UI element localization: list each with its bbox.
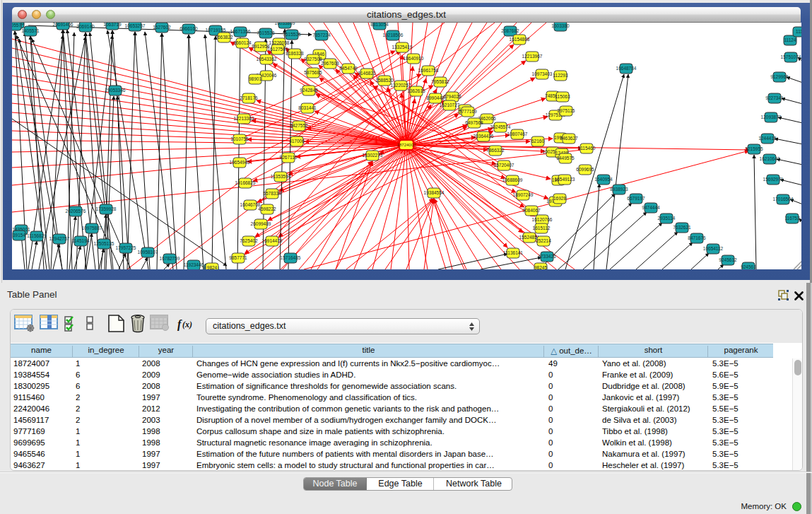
svg-text:6679197: 6679197 — [627, 196, 645, 201]
svg-text:2069140: 2069140 — [76, 24, 95, 29]
svg-text:10958107: 10958107 — [138, 250, 158, 255]
svg-text:16928: 16928 — [553, 196, 566, 201]
svg-text:17016504: 17016504 — [773, 197, 794, 201]
svg-text:26099489: 26099489 — [251, 221, 271, 226]
svg-text:18640910: 18640910 — [404, 56, 424, 61]
svg-text:11136141: 11136141 — [503, 250, 523, 255]
svg-text:9129966: 9129966 — [770, 74, 789, 79]
svg-text:f: f — [177, 318, 182, 331]
svg-text:16782759: 16782759 — [160, 256, 180, 261]
svg-text:5578334: 5578334 — [263, 191, 281, 196]
svg-text:9777169: 9777169 — [459, 109, 477, 114]
svg-text:9427552: 9427552 — [290, 123, 308, 128]
svg-text:1588520: 1588520 — [375, 78, 394, 83]
svg-text:5875685: 5875685 — [304, 70, 322, 75]
svg-text:(x): (x) — [182, 320, 192, 329]
svg-text:12093872: 12093872 — [761, 115, 782, 119]
svg-text:19654945: 19654945 — [230, 160, 250, 165]
svg-text:252214: 252214 — [536, 238, 551, 243]
svg-text:8454749: 8454749 — [339, 66, 358, 71]
svg-text:1010755: 1010755 — [230, 136, 249, 141]
svg-text:2967608: 2967608 — [321, 61, 339, 66]
svg-text:7515526: 7515526 — [257, 30, 275, 35]
svg-text:62160: 62160 — [531, 139, 544, 144]
svg-text:1615112: 1615112 — [533, 226, 551, 230]
svg-text:8267110: 8267110 — [280, 155, 298, 160]
svg-text:9115460: 9115460 — [578, 146, 596, 151]
svg-text:9327508: 9327508 — [304, 57, 322, 62]
svg-text:19218506: 19218506 — [383, 33, 404, 37]
svg-text:6099695: 6099695 — [576, 167, 594, 172]
svg-text:98245: 98245 — [534, 265, 547, 269]
svg-text:16154808: 16154808 — [510, 37, 530, 42]
svg-text:9474444: 9474444 — [642, 205, 660, 210]
svg-text:9824: 9824 — [207, 265, 218, 269]
svg-text:16120766: 16120766 — [532, 217, 553, 222]
svg-text:20206576: 20206576 — [66, 209, 86, 214]
svg-text:16648784: 16648784 — [616, 66, 637, 71]
svg-text:15720407: 15720407 — [494, 163, 514, 168]
svg-text:16210643: 16210643 — [760, 156, 780, 161]
svg-text:18907249: 18907249 — [513, 192, 534, 197]
svg-text:1362615: 1362615 — [407, 88, 425, 93]
svg-text:98901: 98901 — [249, 76, 261, 81]
svg-text:8471676: 8471676 — [688, 235, 706, 240]
svg-text:11353594: 11353594 — [271, 174, 291, 179]
svg-text:16549123: 16549123 — [555, 177, 575, 182]
svg-text:2718176: 2718176 — [240, 95, 258, 100]
svg-text:1733426: 1733426 — [538, 254, 556, 259]
svg-text:13220257: 13220257 — [391, 83, 411, 88]
svg-text:20691406: 20691406 — [53, 23, 73, 27]
svg-text:11156829: 11156829 — [27, 233, 47, 238]
svg-text:16914479: 16914479 — [262, 238, 283, 243]
svg-text:16961758: 16961758 — [418, 68, 439, 73]
svg-text:17957225: 17957225 — [116, 245, 136, 250]
svg-text:11923446: 11923446 — [184, 262, 204, 267]
svg-text:15692971: 15692971 — [763, 177, 784, 182]
svg-text:6497568: 6497568 — [465, 120, 483, 125]
svg-text:9242848: 9242848 — [300, 88, 318, 93]
svg-text:10975887: 10975887 — [82, 226, 102, 230]
svg-text:1527602: 1527602 — [153, 25, 171, 30]
svg-text:8031441: 8031441 — [298, 105, 317, 110]
svg-text:3215955: 3215955 — [745, 146, 763, 151]
svg-text:1145194: 1145194 — [72, 238, 90, 243]
svg-text:7663822: 7663822 — [215, 35, 233, 40]
svg-text:112293: 112293 — [553, 73, 568, 78]
svg-text:7955812: 7955812 — [431, 79, 449, 84]
svg-text:6966160: 6966160 — [180, 26, 198, 31]
svg-text:9660124: 9660124 — [233, 40, 252, 45]
svg-text:10719155: 10719155 — [206, 28, 226, 33]
svg-text:30245574: 30245574 — [490, 124, 511, 129]
svg-text:16671356: 16671356 — [230, 29, 251, 34]
svg-text:7632621: 7632621 — [673, 225, 691, 230]
svg-text:19384554: 19384554 — [424, 190, 445, 195]
svg-text:1640954: 1640954 — [594, 177, 613, 182]
svg-text:1405571: 1405571 — [21, 28, 40, 33]
svg-text:924561: 924561 — [741, 264, 756, 269]
svg-text:13302273: 13302273 — [363, 153, 383, 158]
svg-text:10653257: 10653257 — [125, 23, 146, 28]
svg-text:2975115: 2975115 — [558, 108, 575, 113]
svg-text:7625402: 7625402 — [240, 238, 258, 243]
svg-text:1244415: 1244415 — [758, 136, 777, 141]
svg-text:7857224: 7857224 — [312, 33, 331, 37]
svg-text:12505135: 12505135 — [94, 241, 114, 246]
svg-text:20557: 20557 — [12, 23, 21, 28]
svg-text:4598222: 4598222 — [258, 206, 276, 211]
svg-text:12213363: 12213363 — [234, 116, 254, 121]
svg-text:20364436: 20364436 — [473, 134, 494, 139]
svg-text:19166825: 19166825 — [235, 180, 256, 185]
svg-text:9857771: 9857771 — [229, 255, 247, 260]
svg-text:417006: 417006 — [289, 139, 305, 144]
svg-text:10807467: 10807467 — [507, 132, 528, 136]
svg-text:11124: 11124 — [784, 37, 796, 42]
svg-text:15751074: 15751074 — [781, 54, 801, 59]
svg-text:1603380: 1603380 — [551, 23, 570, 28]
svg-text:8813054: 8813054 — [370, 23, 389, 27]
svg-text:12942757: 12942757 — [49, 236, 70, 241]
svg-text:15716485: 15716485 — [281, 255, 301, 260]
svg-text:6794028: 6794028 — [443, 94, 461, 99]
svg-text:10654112: 10654112 — [703, 246, 724, 251]
svg-text:9146821: 9146821 — [358, 71, 376, 76]
